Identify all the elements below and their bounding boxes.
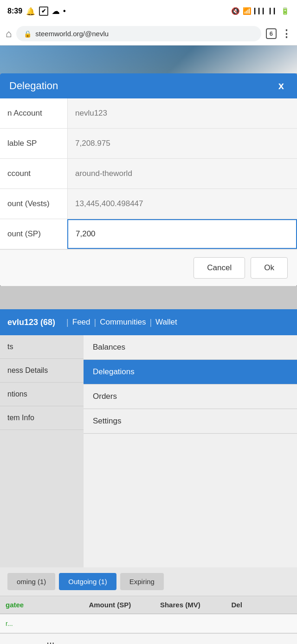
- cell-amount: [83, 620, 155, 627]
- field-input-account[interactable]: [67, 98, 297, 128]
- url-bar[interactable]: 🔒 steemworld.org/@nevlu: [16, 26, 261, 41]
- page-content: evlu123 (68) | Feed | Communities | Wall…: [0, 309, 297, 633]
- delegation-tabs: oming (1) Outgoing (1) Expiring: [0, 567, 297, 596]
- nav-bar: evlu123 (68) | Feed | Communities | Wall…: [0, 309, 297, 335]
- gray-spacer: [0, 286, 297, 309]
- status-bar: 8:39 🔔 ✔ ☁ • 🔇 📶 ▎▎▎ ▎▎ 🔋: [0, 0, 297, 22]
- field-label-account: n Account: [0, 103, 67, 124]
- status-bar-right: 🔇 📶 ▎▎▎ ▎▎ 🔋: [231, 7, 290, 15]
- cell-del: [226, 620, 297, 627]
- status-bar-left: 8:39 🔔 ✔ ☁ •: [7, 7, 66, 16]
- mute-icon: 🔇: [231, 7, 240, 15]
- modal-header: Delegation x: [0, 73, 297, 98]
- home-button[interactable]: ⌂: [6, 28, 12, 40]
- content-layout: ts ness Details ntions tem Info Balances: [0, 335, 297, 567]
- menu-item-balances[interactable]: Balances: [84, 335, 297, 360]
- dot-icon: •: [63, 7, 66, 15]
- signal2-icon: ▎▎: [270, 8, 278, 14]
- tab-count[interactable]: 6: [266, 28, 277, 39]
- battery-icon: 🔋: [281, 7, 290, 15]
- field-input-vests[interactable]: [67, 189, 297, 219]
- cell-shares: [155, 620, 226, 627]
- android-back-button[interactable]: ‹: [236, 637, 261, 644]
- col-header-del: Del: [226, 601, 297, 609]
- cell-delegatee: r...: [0, 620, 83, 627]
- delegation-modal: Delegation x n Account lable SP ccount: [0, 73, 297, 286]
- table-header: gatee Amount (SP) Shares (MV) Del: [0, 596, 297, 614]
- field-label-vests: ount (Vests): [0, 194, 67, 214]
- tab-incoming[interactable]: oming (1): [7, 573, 55, 590]
- ok-button[interactable]: Ok: [251, 257, 288, 279]
- field-input-sp-amount[interactable]: [67, 219, 297, 249]
- tab-expiring[interactable]: Expiring: [120, 573, 164, 590]
- table-row: r...: [0, 614, 297, 633]
- tab-outgoing[interactable]: Outgoing (1): [59, 573, 116, 590]
- modal-field-sp: lable SP: [0, 129, 297, 159]
- cloud-icon: ☁: [52, 7, 59, 16]
- bell-icon: 🔔: [26, 7, 35, 16]
- signal1-icon: ▎▎▎: [254, 8, 267, 14]
- android-home-button[interactable]: ○: [136, 637, 165, 644]
- nav-wallet-link[interactable]: Wallet: [155, 318, 177, 327]
- android-recent-button[interactable]: |||: [35, 637, 65, 644]
- lock-icon: 🔒: [24, 30, 32, 38]
- sidebar-item-system-info[interactable]: tem Info: [0, 406, 84, 430]
- cancel-button[interactable]: Cancel: [194, 257, 245, 279]
- menu-item-settings[interactable]: Settings: [84, 409, 297, 434]
- modal-title: Delegation: [9, 80, 58, 92]
- col-header-delegatee: gatee: [0, 601, 83, 609]
- field-input-to-account[interactable]: [67, 159, 297, 189]
- field-input-sp[interactable]: [67, 129, 297, 158]
- sidebar-item-ts[interactable]: ts: [0, 335, 84, 359]
- sidebar-item-ntions[interactable]: ntions: [0, 383, 84, 406]
- page-background: [0, 46, 297, 73]
- main-panel: Balances Delegations Orders Settings: [84, 335, 297, 567]
- modal-field-vests: ount (Vests): [0, 189, 297, 219]
- field-label-sp: lable SP: [0, 133, 67, 154]
- nav-username: evlu123 (68): [7, 318, 55, 327]
- wifi-icon: 📶: [243, 7, 252, 15]
- url-text: steemworld.org/@nevlu: [35, 30, 109, 38]
- menu-item-orders[interactable]: Orders: [84, 384, 297, 409]
- sidebar: ts ness Details ntions tem Info: [0, 335, 84, 567]
- field-label-sp-amount: ount (SP): [0, 224, 67, 244]
- modal-field-sp-amount: ount (SP): [0, 219, 297, 249]
- modal-actions: Cancel Ok: [0, 249, 297, 286]
- more-button[interactable]: ⋮: [281, 28, 291, 40]
- col-header-amount: Amount (SP): [83, 601, 155, 609]
- sidebar-item-business-details[interactable]: ness Details: [0, 359, 84, 383]
- col-header-shares: Shares (MV): [155, 601, 226, 609]
- time-display: 8:39: [7, 7, 22, 15]
- menu-item-delegations[interactable]: Delegations: [84, 360, 297, 384]
- nav-feed-link[interactable]: Feed: [72, 318, 90, 327]
- android-nav-bar: ||| ○ ‹: [0, 633, 297, 644]
- nav-communities-link[interactable]: Communities: [100, 318, 146, 327]
- modal-overlay: Delegation x n Account lable SP ccount: [0, 73, 297, 286]
- modal-close-button[interactable]: x: [275, 81, 288, 91]
- modal-field-account: n Account: [0, 98, 297, 129]
- modal-body: n Account lable SP ccount ount (Vests): [0, 98, 297, 249]
- field-label-to-account: ccount: [0, 163, 67, 184]
- checkmark-icon: ✔: [39, 7, 48, 16]
- modal-field-to-account: ccount: [0, 159, 297, 189]
- delegation-table: gatee Amount (SP) Shares (MV) Del r...: [0, 596, 297, 633]
- browser-bar: ⌂ 🔒 steemworld.org/@nevlu 6 ⋮: [0, 22, 297, 46]
